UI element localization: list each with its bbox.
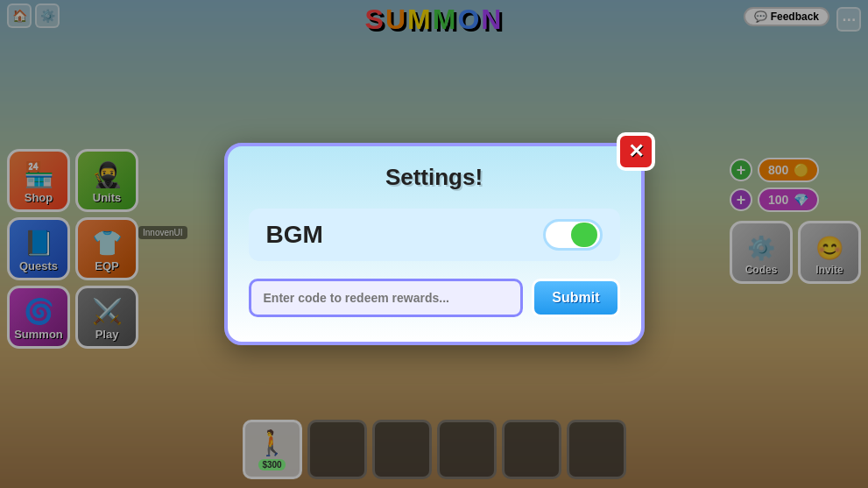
code-input[interactable] bbox=[249, 279, 524, 317]
modal-title: Settings! bbox=[249, 164, 620, 191]
bgm-row: BGM bbox=[249, 209, 620, 261]
submit-button[interactable]: Submit bbox=[532, 279, 619, 317]
code-row: Submit bbox=[249, 279, 620, 317]
modal-close-button[interactable]: ✕ bbox=[617, 132, 655, 171]
bgm-label: BGM bbox=[266, 221, 323, 249]
close-icon: ✕ bbox=[628, 140, 644, 163]
settings-modal: ✕ Settings! BGM Submit bbox=[224, 143, 645, 345]
modal-overlay: ✕ Settings! BGM Submit bbox=[0, 0, 868, 488]
bgm-toggle[interactable] bbox=[543, 219, 603, 251]
toggle-thumb bbox=[571, 223, 597, 247]
